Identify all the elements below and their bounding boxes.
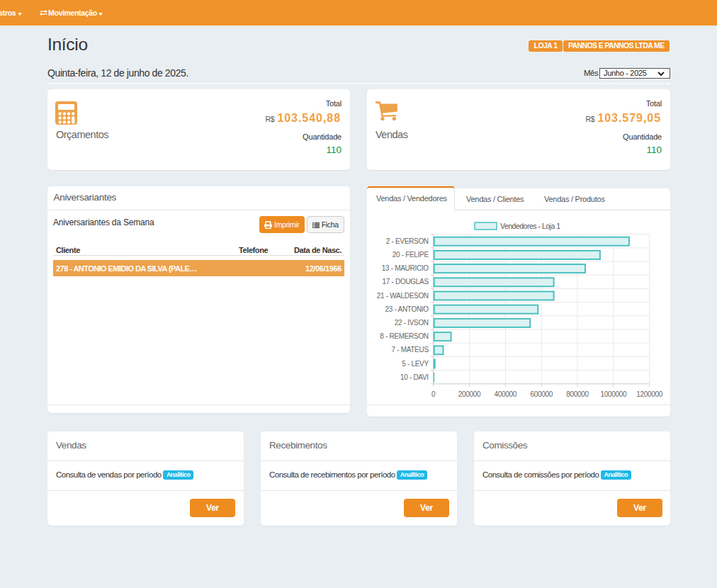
svg-text:22 - IVSON: 22 - IVSON: [395, 319, 429, 327]
svg-text:400000: 400000: [495, 390, 517, 398]
svg-text:8 - REMERSON: 8 - REMERSON: [380, 332, 429, 340]
svg-text:20 - FELIPE: 20 - FELIPE: [393, 251, 429, 259]
svg-text:13 - MAURICIO: 13 - MAURICIO: [382, 264, 429, 272]
svg-text:1200000: 1200000: [636, 390, 663, 398]
svg-text:200000: 200000: [458, 390, 481, 398]
svg-text:600000: 600000: [530, 390, 553, 398]
svg-text:7 - MATEUS: 7 - MATEUS: [391, 346, 429, 354]
svg-text:23 - ANTONIO: 23 - ANTONIO: [385, 305, 429, 313]
svg-text:5 - LEVY: 5 - LEVY: [402, 360, 429, 368]
svg-text:0: 0: [431, 390, 436, 398]
svg-text:800000: 800000: [566, 390, 589, 398]
svg-text:21 - WALDESON: 21 - WALDESON: [377, 292, 429, 300]
svg-text:17 - DOUGLAS: 17 - DOUGLAS: [382, 278, 429, 285]
svg-text:Vendedores - Loja 1: Vendedores - Loja 1: [500, 222, 560, 230]
svg-text:2 - EVERSON: 2 - EVERSON: [386, 237, 429, 245]
svg-text:10 - DAVI: 10 - DAVI: [400, 373, 429, 381]
svg-text:1000000: 1000000: [600, 390, 627, 398]
